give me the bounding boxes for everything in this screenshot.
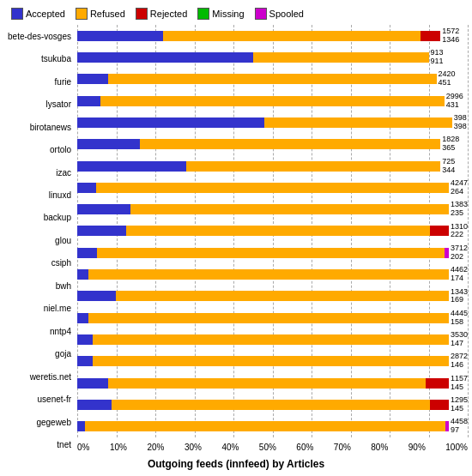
x-axis-label: 90% [408, 443, 426, 455]
chart-area: bete-des-vosgestsukubafurielysatorbirota… [4, 25, 468, 456]
bar-row: 3712202 [77, 244, 468, 262]
y-label: csiph [4, 255, 74, 272]
bar-value-label: 2872146 [451, 352, 468, 370]
legend-spooled-box [255, 8, 267, 20]
x-axis-label: 20% [147, 443, 164, 455]
bar-accepted [77, 161, 186, 172]
bar-accepted [77, 356, 93, 366]
bar-refused [140, 139, 440, 149]
bar-refused [96, 183, 449, 193]
bar-accepted [77, 334, 93, 345]
bar-refused [186, 161, 440, 172]
bar-refused [100, 96, 444, 106]
bar-value-label: 398398 [454, 114, 467, 131]
grid-line [468, 25, 469, 437]
bar-value-label: 1310222 [451, 223, 468, 240]
bar-row: 2996431 [77, 93, 468, 110]
bar-accepted [77, 226, 126, 236]
y-label: backup [4, 209, 74, 226]
bar-value-label: 1383235 [451, 201, 468, 218]
legend-rejected-box [136, 8, 148, 20]
bar-refused [85, 421, 445, 431]
bar-refused [163, 31, 421, 41]
bar-value-label: 4247264 [451, 179, 468, 196]
y-label: ortolo [4, 142, 74, 159]
bar-value-label: 1828365 [442, 136, 459, 153]
bar-spooled [445, 421, 449, 431]
legend-missing-box [197, 8, 209, 20]
y-label: goja [4, 346, 74, 363]
legend-spooled: Spooled [255, 8, 304, 20]
bar-row: 725344 [77, 158, 468, 175]
x-axis-label: 50% [259, 443, 276, 455]
bar-accepted [77, 31, 163, 41]
bar-refused [253, 52, 429, 63]
bar-value-label: 1343169 [451, 288, 468, 305]
bar-accepted [77, 421, 85, 431]
chart-container: Accepted Refused Rejected Missing Spoole… [0, 0, 472, 476]
bar-value-label: 2420451 [439, 70, 456, 87]
legend-refused-box [76, 8, 88, 20]
bar-value-label: 4445158 [451, 310, 468, 327]
x-axis-label: 0% [77, 443, 89, 455]
bar-accepted [77, 139, 140, 149]
y-label: tnet [4, 437, 74, 454]
bar-refused [88, 269, 449, 280]
x-axis-label: 30% [185, 443, 202, 455]
bar-refused [264, 117, 451, 128]
bar-value-label: 913911 [431, 49, 444, 66]
legend-accepted: Accepted [11, 8, 65, 20]
bar-refused [126, 226, 429, 236]
y-label: linuxd [4, 187, 74, 204]
y-label: bete-des-vosges [4, 27, 74, 45]
y-label: weretis.net [4, 368, 74, 385]
bar-accepted [77, 117, 264, 128]
y-label: izac [4, 164, 74, 181]
bar-row: 2872146 [77, 352, 468, 370]
legend-refused: Refused [76, 8, 125, 20]
legend-missing-label: Missing [212, 9, 244, 19]
bar-rejected [421, 31, 440, 41]
legend-rejected-label: Rejected [150, 9, 187, 19]
bar-row: 3530147 [77, 331, 468, 348]
bar-refused [108, 378, 426, 389]
bar-row: 15721346 [77, 27, 468, 45]
bar-rejected [426, 378, 449, 389]
x-axis-label: 70% [334, 443, 351, 455]
bar-row: 1295145 [77, 396, 468, 413]
bar-row: 1157145 [77, 375, 468, 392]
bar-value-label: 2996431 [446, 93, 463, 110]
bar-value-label: 3712202 [451, 244, 468, 262]
bar-refused [116, 291, 449, 301]
bar-row: 1383235 [77, 201, 468, 218]
bar-spooled [445, 248, 449, 258]
bar-accepted [77, 378, 108, 389]
y-label: birotanews [4, 118, 74, 136]
bar-row: 1828365 [77, 136, 468, 153]
y-label: niel.me [4, 300, 74, 317]
bar-refused [93, 356, 449, 366]
bar-row: 398398 [77, 114, 468, 131]
bar-row: 1343169 [77, 287, 468, 304]
x-axis-title: Outgoing feeds (innfeed) by Articles [4, 456, 468, 472]
bar-value-label: 725344 [442, 158, 455, 175]
bar-value-label: 1157145 [451, 375, 468, 392]
bar-accepted [77, 291, 116, 301]
x-axis-labels: 0%10%20%30%40%50%60%70%80%90%100% [77, 441, 468, 456]
bar-row: 2420451 [77, 70, 468, 87]
legend-missing: Missing [197, 8, 244, 20]
bar-row: 4247264 [77, 179, 468, 196]
legend-refused-label: Refused [90, 9, 125, 19]
bar-accepted [77, 74, 108, 84]
bar-accepted [77, 400, 112, 410]
x-axis-label: 10% [110, 443, 127, 455]
bar-refused [97, 248, 445, 258]
y-label: nntp4 [4, 322, 74, 340]
bar-refused [130, 204, 448, 214]
bars-area: 1572134691391124204512996431398398182836… [77, 25, 468, 456]
legend-accepted-box [11, 8, 23, 20]
y-label: bwh [4, 277, 74, 294]
bar-rejected [430, 400, 449, 410]
x-axis-label: 40% [221, 443, 239, 455]
bar-accepted [77, 204, 130, 214]
